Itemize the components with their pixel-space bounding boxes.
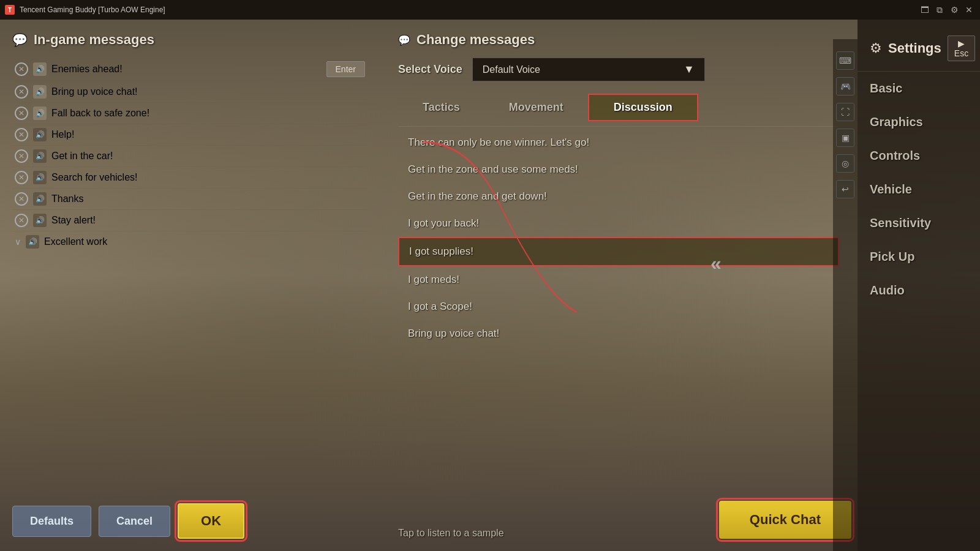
macro-icon[interactable]: ↩ xyxy=(836,180,854,198)
message-item-1: ✕ 🔊 Enemies ahead! Enter xyxy=(12,58,368,81)
sound-button-7[interactable]: 🔊 xyxy=(33,192,47,206)
message-item-9: ∨ 🔊 Excellent work xyxy=(12,231,368,252)
remove-button-1[interactable]: ✕ xyxy=(15,62,28,76)
titlebar-left: T Tencent Gaming Buddy [Turbo AOW Engine… xyxy=(5,5,165,15)
dropdown-arrow-icon: ▼ xyxy=(684,63,695,76)
tab-row: Tactics Movement Discussion xyxy=(398,94,839,121)
expand-icon[interactable]: ⛶ xyxy=(836,103,854,121)
nav-item-audio[interactable]: Audio xyxy=(858,274,980,307)
nav-item-basic[interactable]: Basic xyxy=(858,72,980,105)
sound-button-4[interactable]: 🔊 xyxy=(33,128,47,141)
cursor-icon[interactable]: ◎ xyxy=(836,154,854,173)
message-item-8: ✕ 🔊 Stay alert! xyxy=(12,210,368,231)
middle-panel: 💬 Change messages Select Voice Default V… xyxy=(380,20,858,551)
message-text-5: Get in the car! xyxy=(51,151,365,162)
voice-row: Select Voice Default Voice ▼ xyxy=(398,58,839,81)
discussion-item-6[interactable]: I got meds! xyxy=(398,266,839,293)
sound-button-8[interactable]: 🔊 xyxy=(33,214,47,227)
discussion-item-1[interactable]: There can only be one winner. Let's go! xyxy=(398,129,839,156)
esc-button[interactable]: ▶ Esc xyxy=(948,36,975,61)
settings-header: ⚙ Settings ▶ Esc xyxy=(858,26,980,72)
defaults-button[interactable]: Defaults xyxy=(12,506,91,537)
keyboard-icon[interactable]: ⌨ xyxy=(836,51,854,70)
right-icons-strip: ⌨ 🎮 ⛶ ▣ ◎ ↩ xyxy=(833,39,858,551)
message-text-2: Bring up voice chat! xyxy=(51,86,365,97)
message-item-6: ✕ 🔊 Search for vehicles! xyxy=(12,167,368,189)
discussion-item-8[interactable]: Bring up voice chat! xyxy=(398,320,839,347)
message-text-7: Thanks xyxy=(51,193,365,204)
nav-item-sensitivity[interactable]: Sensitivity xyxy=(858,206,980,240)
left-panel: 💬 In-game messages ✕ 🔊 Enemies ahead! En… xyxy=(0,20,380,551)
main-area: 💬 In-game messages ✕ 🔊 Enemies ahead! En… xyxy=(0,20,980,551)
close-button[interactable]: ✕ xyxy=(963,4,975,16)
sound-button-3[interactable]: 🔊 xyxy=(33,107,47,120)
sound-button-5[interactable]: 🔊 xyxy=(33,149,47,163)
bottom-buttons: Defaults Cancel OK xyxy=(12,503,244,539)
remove-button-3[interactable]: ✕ xyxy=(15,107,28,120)
remove-button-2[interactable]: ✕ xyxy=(15,85,28,99)
sound-button-9[interactable]: 🔊 xyxy=(26,235,39,249)
voice-select[interactable]: Default Voice ▼ xyxy=(472,58,705,81)
messages-icon: 💬 xyxy=(12,32,28,47)
restore-button[interactable]: ⧉ xyxy=(933,4,946,16)
settings-panel: ⚙ Settings ▶ Esc Basic Graphics Controls… xyxy=(858,20,980,551)
nav-item-pickup[interactable]: Pick Up xyxy=(858,240,980,274)
message-list-left: ✕ 🔊 Enemies ahead! Enter ✕ 🔊 Bring up vo… xyxy=(12,58,368,252)
enter-button-1[interactable]: Enter xyxy=(326,61,365,77)
message-text-8: Stay alert! xyxy=(51,215,365,226)
change-messages-header: 💬 Change messages xyxy=(398,32,839,48)
remove-button-5[interactable]: ✕ xyxy=(15,149,28,163)
message-item-2: ✕ 🔊 Bring up voice chat! xyxy=(12,81,368,103)
message-text-9: Excellent work xyxy=(44,236,365,247)
discussion-item-7[interactable]: I got a Scope! xyxy=(398,293,839,320)
message-text-6: Search for vehicles! xyxy=(51,172,365,183)
app-title: Tencent Gaming Buddy [Turbo AOW Engine] xyxy=(20,6,165,14)
cancel-button[interactable]: Cancel xyxy=(99,506,170,537)
message-text-4: Help! xyxy=(51,129,365,140)
titlebar: T Tencent Gaming Buddy [Turbo AOW Engine… xyxy=(0,0,980,20)
settings-button[interactable]: ⚙ xyxy=(948,4,960,16)
remove-button-4[interactable]: ✕ xyxy=(15,128,28,141)
settings-title: Settings xyxy=(888,40,941,56)
discussion-item-4[interactable]: I got your back! xyxy=(398,210,839,237)
message-item-4: ✕ 🔊 Help! xyxy=(12,124,368,146)
left-panel-title: In-game messages xyxy=(34,32,154,48)
titlebar-controls: 🗖 ⧉ ⚙ ✕ xyxy=(919,4,975,16)
sound-button-6[interactable]: 🔊 xyxy=(33,171,47,184)
settings-gear-icon: ⚙ xyxy=(870,40,882,56)
capture-icon[interactable]: ▣ xyxy=(836,129,854,147)
discussion-item-2[interactable]: Get in the zone and use some meds! xyxy=(398,156,839,183)
collapse-icon-9: ∨ xyxy=(15,237,21,247)
app-icon: T xyxy=(5,5,15,15)
discussion-item-5[interactable]: I got supplies! xyxy=(398,237,839,266)
minimize-button[interactable]: 🗖 xyxy=(919,4,931,16)
ok-button[interactable]: OK xyxy=(178,503,244,539)
message-text-1: Enemies ahead! xyxy=(51,64,319,75)
voice-selected-value: Default Voice xyxy=(483,64,540,75)
left-panel-header: 💬 In-game messages xyxy=(12,32,368,48)
controller-icon[interactable]: 🎮 xyxy=(836,77,854,96)
sound-button-1[interactable]: 🔊 xyxy=(33,62,47,76)
remove-button-7[interactable]: ✕ xyxy=(15,192,28,206)
nav-item-controls[interactable]: Controls xyxy=(858,139,980,173)
tab-tactics[interactable]: Tactics xyxy=(398,94,484,121)
nav-item-graphics[interactable]: Graphics xyxy=(858,105,980,139)
remove-button-6[interactable]: ✕ xyxy=(15,171,28,184)
tab-divider xyxy=(398,126,839,127)
discussion-message-list: There can only be one winner. Let's go! … xyxy=(398,129,839,347)
remove-button-8[interactable]: ✕ xyxy=(15,214,28,227)
nav-item-vehicle[interactable]: Vehicle xyxy=(858,173,980,206)
message-text-3: Fall back to safe zone! xyxy=(51,108,365,119)
arrow-indicator: « xyxy=(710,252,722,275)
discussion-item-3[interactable]: Get in the zone and get down! xyxy=(398,183,839,210)
tab-movement[interactable]: Movement xyxy=(484,94,588,121)
tab-discussion[interactable]: Discussion xyxy=(588,94,698,121)
message-item-3: ✕ 🔊 Fall back to safe zone! xyxy=(12,103,368,124)
message-item-7: ✕ 🔊 Thanks xyxy=(12,189,368,210)
sound-button-2[interactable]: 🔊 xyxy=(33,85,47,99)
voice-label: Select Voice xyxy=(398,63,462,76)
change-messages-icon: 💬 xyxy=(398,34,410,46)
tap-sample-text: Tap to listen to a sample xyxy=(398,528,504,539)
message-item-5: ✕ 🔊 Get in the car! xyxy=(12,146,368,167)
change-messages-title: Change messages xyxy=(417,32,535,48)
